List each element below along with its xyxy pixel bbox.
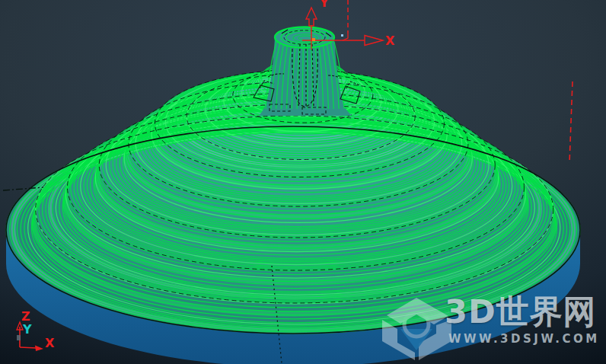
origin-marker: [312, 38, 315, 41]
wcs-x-label: X: [385, 34, 395, 48]
wcs-y-label: Y: [319, 0, 329, 10]
triad-x-label: X: [45, 336, 55, 350]
cad-viewport[interactable]: X Y Z Y X 3D世界网 WWW: [0, 0, 606, 364]
toolpath-scene: X Y Z Y X: [0, 0, 606, 364]
triad-y-label: Y: [22, 322, 32, 337]
y-axis-arrowhead: [306, 8, 317, 26]
rapid-move-line: [569, 81, 573, 163]
x-axis-arrowhead: [365, 36, 383, 46]
